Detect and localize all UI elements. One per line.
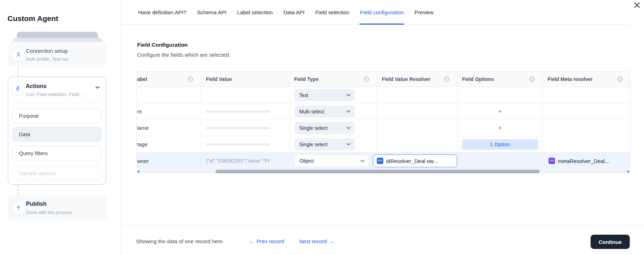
- add-option-button[interactable]: +: [498, 124, 502, 132]
- divider: [12, 102, 103, 103]
- sidebar-divider: [120, 0, 120, 255]
- step-actions[interactable]: Actions Curl, Field selection, Field... …: [8, 77, 106, 185]
- close-icon[interactable]: [632, 1, 642, 10]
- field-value-resolver-chip[interactable]: <>idResolver_Deal ow...: [373, 154, 457, 167]
- info-icon[interactable]: i: [617, 77, 622, 82]
- arrow-up-icon: [11, 201, 26, 215]
- cell-field-type: Object: [290, 153, 377, 169]
- cell-field-value-resolver: [377, 120, 457, 136]
- field-type-value: Object: [300, 158, 314, 164]
- column-header-field-value-resolver: Field Value Resolveri: [377, 72, 457, 87]
- column-header-field-value: Field Value: [201, 72, 290, 87]
- field-value-text: {"id":"538262355","value":"Pr: [206, 158, 270, 164]
- field-config-table: abeliField ValueField TypeiField Value R…: [136, 71, 630, 169]
- field-type-dropdown[interactable]: Single select: [294, 122, 355, 134]
- cell-field-value-resolver: <>idResolver_Deal ow...: [377, 153, 457, 169]
- chevron-down-icon: [347, 94, 350, 96]
- continue-button[interactable]: Continue: [591, 235, 630, 249]
- tab-data-api[interactable]: Data API: [284, 0, 305, 25]
- scroll-right-arrow-icon[interactable]: [628, 170, 629, 173]
- prev-record-link[interactable]: ← Prev record: [249, 238, 284, 244]
- field-type-value: Single select: [299, 142, 327, 147]
- cell-field-label: tage: [137, 136, 201, 152]
- prev-record-label: Prev record: [256, 238, 284, 244]
- action-item-data[interactable]: Data: [12, 127, 102, 142]
- cell-field-type: Multi select: [290, 103, 377, 119]
- info-icon[interactable]: i: [188, 77, 193, 82]
- info-icon[interactable]: i: [444, 77, 449, 82]
- value-skeleton: [206, 143, 270, 146]
- options-count-pill[interactable]: 1 Option: [462, 139, 538, 150]
- cell-field-label: nt: [137, 103, 201, 119]
- cell-field-value: [201, 136, 290, 152]
- cell-field-value: {"id":"538262355","value":"Pr: [201, 153, 290, 169]
- step-title: Actions: [26, 83, 47, 90]
- user-icon: [11, 47, 26, 62]
- chevron-down-icon[interactable]: [94, 84, 101, 92]
- cell-field-value: [201, 87, 290, 103]
- code-icon: <>: [549, 158, 555, 164]
- step-connector: [18, 67, 19, 76]
- table-row: ntMulti select+: [137, 103, 630, 120]
- cell-field-value-resolver: [377, 103, 457, 119]
- field-type-dropdown[interactable]: Object: [294, 155, 369, 167]
- add-option-button[interactable]: +: [498, 108, 502, 115]
- section-description: Configure the fields which are selected.: [137, 52, 230, 58]
- step-subtitle: Curl, Field selection, Field...: [26, 92, 83, 97]
- tab-have-definition-api[interactable]: Have definition API?: [138, 0, 186, 25]
- next-record-link[interactable]: Next record →: [299, 238, 334, 244]
- field-type-dropdown[interactable]: Single select: [294, 138, 355, 151]
- column-header-label: Field Type: [294, 76, 318, 82]
- cell-field-label: wner: [137, 153, 201, 169]
- cell-field-meta-resolver: [543, 120, 630, 136]
- cell-field-options: [457, 87, 543, 103]
- meta-resolver-label: metaResolver_Deal...: [558, 158, 609, 164]
- cell-field-options: +: [457, 120, 543, 136]
- step-connection-setup[interactable]: Connection setup Auth profile, Test run: [8, 42, 107, 67]
- step-title: Connection setup: [26, 48, 68, 54]
- section-title: Field Configuration: [137, 42, 188, 48]
- field-type-dropdown[interactable]: Text: [294, 89, 355, 101]
- action-item-query-filters[interactable]: Query filters: [12, 146, 102, 160]
- table-header-row: abeliField ValueField TypeiField Value R…: [137, 72, 630, 87]
- tabs: Have definition API?Schema APILabel sele…: [120, 0, 630, 25]
- cell-field-type: Text: [290, 87, 377, 103]
- column-header-field-meta-resolver: Field Meta resolveri: [543, 72, 630, 87]
- table-row: lameSingle select+: [137, 120, 630, 136]
- field-type-dropdown[interactable]: Multi select: [294, 106, 355, 118]
- column-header-label: Field Value: [206, 76, 232, 82]
- tab-label-selection[interactable]: Label selection: [237, 0, 273, 25]
- info-icon[interactable]: i: [364, 77, 369, 82]
- step-connector: [18, 185, 19, 195]
- column-header-label: abel: [137, 76, 147, 82]
- step-subtitle: Auth profile, Test run: [26, 56, 68, 62]
- field-type-value: Multi select: [299, 109, 324, 114]
- field-meta-resolver-chip[interactable]: <>metaResolver_Deal...: [549, 158, 609, 164]
- cell-field-options: +: [457, 103, 543, 119]
- info-icon[interactable]: i: [530, 77, 535, 82]
- value-skeleton: [206, 127, 270, 129]
- tab-schema-api[interactable]: Schema API: [197, 0, 227, 25]
- chevron-down-icon: [347, 127, 350, 129]
- column-header-label: Field Meta resolver: [547, 76, 593, 82]
- step-title: Publish: [26, 201, 47, 207]
- horizontal-scrollbar[interactable]: [136, 170, 630, 173]
- page-title: Custom Agent: [7, 14, 58, 23]
- next-record-label: Next record: [299, 238, 327, 244]
- column-header-abel: abeli: [137, 72, 201, 87]
- tab-field-selection[interactable]: Field selection: [315, 0, 349, 25]
- chevron-down-icon: [360, 160, 364, 162]
- scroll-left-arrow-icon[interactable]: [137, 170, 139, 173]
- tab-preview[interactable]: Preview: [414, 0, 433, 25]
- tab-field-configuration[interactable]: Field configuration: [360, 0, 404, 25]
- scrollbar-thumb[interactable]: [215, 170, 540, 173]
- column-header-field-type: Field Typei: [290, 72, 377, 87]
- cell-field-label: lame: [137, 120, 201, 136]
- action-item-sample-queries: Sample queries: [12, 166, 102, 180]
- action-item-purpose[interactable]: Purpose: [12, 108, 102, 123]
- cell-field-value: [201, 103, 290, 119]
- step-publish[interactable]: Publish Done with the process: [8, 195, 107, 220]
- cell-field-value-resolver: [377, 87, 457, 103]
- table-row: tageSingle select1 Option: [137, 136, 630, 153]
- table-row: wner{"id":"538262355","value":"PrObject<…: [137, 153, 630, 169]
